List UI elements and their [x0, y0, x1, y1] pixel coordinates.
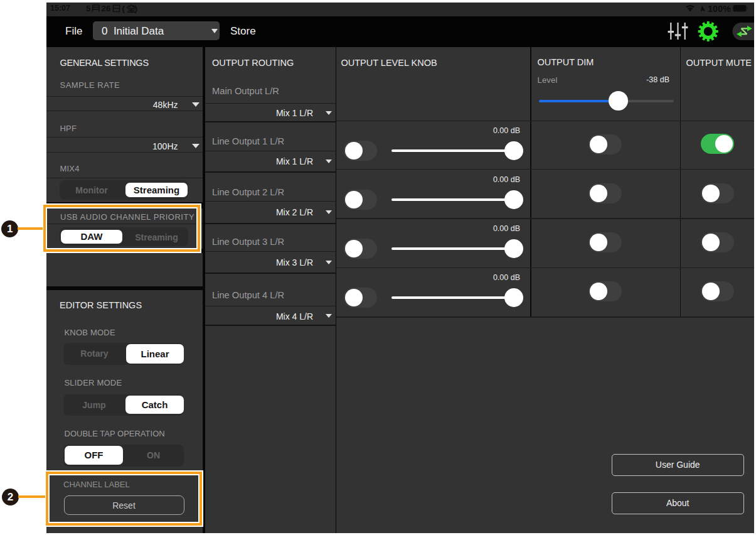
svg-text:26: 26: [102, 4, 112, 13]
svg-text:(: (: [122, 4, 125, 13]
svg-text:): ): [135, 4, 138, 13]
svg-text:5: 5: [86, 4, 91, 13]
